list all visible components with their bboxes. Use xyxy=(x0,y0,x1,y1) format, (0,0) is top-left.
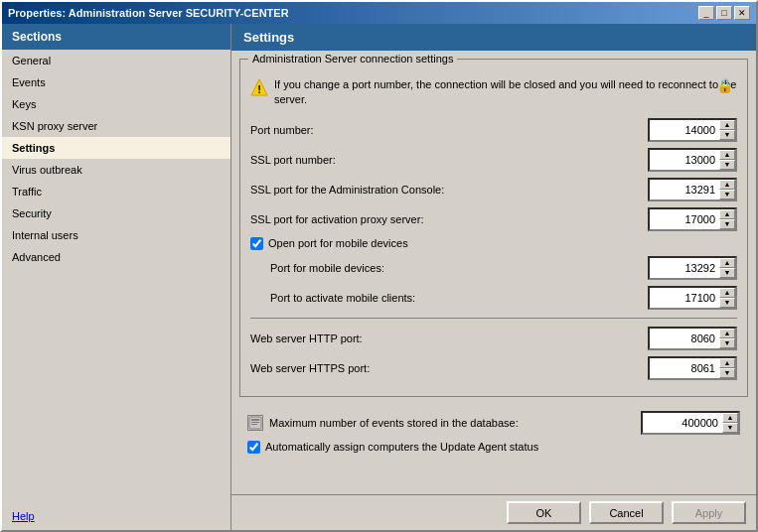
lock-icon: 🔒 xyxy=(716,77,733,93)
auto-assign-row: Automatically assign computers the Updat… xyxy=(247,441,740,454)
mobile-activate-down[interactable]: ▼ xyxy=(719,298,735,308)
http-port-buttons: ▲ ▼ xyxy=(719,329,735,348)
restore-button[interactable]: □ xyxy=(716,6,732,20)
mobile-port-input[interactable] xyxy=(650,258,719,278)
port-number-input[interactable] xyxy=(650,120,719,140)
title-bar: Properties: Administration Server SECURI… xyxy=(2,2,756,24)
ssl-admin-row: SSL port for the Administration Console:… xyxy=(250,178,737,201)
max-events-label: Maximum number of events stored in the d… xyxy=(269,417,635,429)
mobile-checkbox[interactable] xyxy=(250,237,263,250)
sidebar-item-traffic[interactable]: Traffic xyxy=(2,181,230,202)
sidebar-item-virus[interactable]: Virus outbreak xyxy=(2,159,230,181)
http-port-down[interactable]: ▼ xyxy=(719,338,735,348)
https-port-buttons: ▲ ▼ xyxy=(719,358,735,378)
main-window: Properties: Administration Server SECURI… xyxy=(0,0,758,532)
ssl-proxy-up[interactable]: ▲ xyxy=(719,209,735,219)
ok-button[interactable]: OK xyxy=(507,501,581,524)
https-port-spinner: ▲ ▼ xyxy=(648,356,737,380)
sidebar-item-settings[interactable]: Settings xyxy=(2,137,230,159)
help-link[interactable]: Help xyxy=(2,502,230,530)
https-port-up[interactable]: ▲ xyxy=(719,358,735,368)
mobile-checkbox-row: Open port for mobile devices xyxy=(250,237,737,250)
auto-assign-checkbox[interactable] xyxy=(247,441,260,454)
ssl-proxy-down[interactable]: ▼ xyxy=(719,219,735,229)
mobile-activate-buttons: ▲ ▼ xyxy=(719,288,735,308)
apply-button[interactable]: Apply xyxy=(672,501,746,524)
sidebar-item-keys[interactable]: Keys xyxy=(2,93,230,115)
window-title: Properties: Administration Server SECURI… xyxy=(8,7,289,19)
svg-text:!: ! xyxy=(257,83,261,95)
mobile-activate-input[interactable] xyxy=(650,288,719,308)
max-events-down[interactable]: ▼ xyxy=(722,423,738,433)
db-svg xyxy=(248,416,262,430)
max-events-up[interactable]: ▲ xyxy=(722,413,738,423)
window-body: Sections General Events Keys KSN proxy s… xyxy=(2,24,756,530)
http-port-input[interactable] xyxy=(650,329,719,348)
warning-text: If you change a port number, the connect… xyxy=(274,77,737,108)
https-port-input[interactable] xyxy=(650,358,719,378)
ssl-admin-spinner: ▲ ▼ xyxy=(648,178,737,201)
mobile-activate-row: Port to activate mobile clients: ▲ ▼ xyxy=(250,286,737,310)
ssl-proxy-input[interactable] xyxy=(650,209,719,229)
mobile-activate-spinner: ▲ ▼ xyxy=(648,286,737,310)
sidebar: Sections General Events Keys KSN proxy s… xyxy=(2,24,231,530)
max-events-row: Maximum number of events stored in the d… xyxy=(247,411,740,435)
footer-buttons: OK Cancel Apply xyxy=(507,501,746,524)
minimize-button[interactable]: _ xyxy=(698,6,714,20)
sidebar-item-security[interactable]: Security xyxy=(2,202,230,224)
svg-rect-4 xyxy=(251,422,259,423)
https-port-down[interactable]: ▼ xyxy=(719,368,735,378)
sidebar-spacer xyxy=(2,268,230,502)
connection-group-content: 🔒 ! If you change a port number, the con… xyxy=(240,64,747,396)
port-number-label: Port number: xyxy=(250,124,648,136)
sidebar-item-advanced[interactable]: Advanced xyxy=(2,246,230,268)
http-port-spinner: ▲ ▼ xyxy=(648,327,737,350)
sidebar-item-internal-users[interactable]: Internal users xyxy=(2,224,230,246)
mobile-activate-up[interactable]: ▲ xyxy=(719,288,735,298)
main-header: Settings xyxy=(231,24,756,51)
sidebar-item-events[interactable]: Events xyxy=(2,71,230,93)
port-number-down[interactable]: ▼ xyxy=(719,130,735,140)
port-number-buttons: ▲ ▼ xyxy=(719,120,735,140)
mobile-port-row: Port for mobile devices: ▲ ▼ xyxy=(250,256,737,280)
mobile-port-down[interactable]: ▼ xyxy=(719,268,735,278)
auto-assign-label: Automatically assign computers the Updat… xyxy=(265,441,538,453)
title-controls: _ □ ✕ xyxy=(698,6,750,20)
ssl-admin-up[interactable]: ▲ xyxy=(719,180,735,190)
close-button[interactable]: ✕ xyxy=(734,6,750,20)
mobile-port-label: Port for mobile devices: xyxy=(270,262,648,274)
ssl-port-row: SSL port number: ▲ ▼ xyxy=(250,148,737,172)
ssl-port-input[interactable] xyxy=(650,150,719,170)
database-icon xyxy=(247,415,263,431)
mobile-activate-label: Port to activate mobile clients: xyxy=(270,292,648,304)
cancel-button[interactable]: Cancel xyxy=(589,501,664,524)
footer: OK Cancel Apply xyxy=(231,494,756,530)
ssl-proxy-row: SSL port for activation proxy server: ▲ … xyxy=(250,207,737,231)
divider xyxy=(250,318,737,319)
mobile-port-buttons: ▲ ▼ xyxy=(719,258,735,278)
ssl-proxy-spinner: ▲ ▼ xyxy=(648,207,737,231)
ssl-port-buttons: ▲ ▼ xyxy=(719,150,735,170)
https-port-label: Web server HTTPS port: xyxy=(250,362,648,374)
bottom-section: Maximum number of events stored in the d… xyxy=(239,405,748,466)
mobile-port-up[interactable]: ▲ xyxy=(719,258,735,268)
sidebar-item-ksn[interactable]: KSN proxy server xyxy=(2,115,230,137)
warning-row: ! If you change a port number, the conne… xyxy=(250,77,737,108)
port-number-row: Port number: ▲ ▼ xyxy=(250,118,737,142)
max-events-input[interactable] xyxy=(643,413,722,433)
ssl-proxy-buttons: ▲ ▼ xyxy=(719,209,735,229)
ssl-admin-input[interactable] xyxy=(650,180,719,200)
ssl-port-down[interactable]: ▼ xyxy=(719,160,735,170)
ssl-admin-down[interactable]: ▼ xyxy=(719,190,735,200)
mobile-port-spinner: ▲ ▼ xyxy=(648,256,737,280)
port-number-up[interactable]: ▲ xyxy=(719,120,735,130)
main-body: Administration Server connection setting… xyxy=(231,51,756,494)
connection-group-title: Administration Server connection setting… xyxy=(248,53,457,65)
http-port-up[interactable]: ▲ xyxy=(719,329,735,338)
connection-group: Administration Server connection setting… xyxy=(239,59,748,397)
main-content: Settings Administration Server connectio… xyxy=(231,24,756,530)
ssl-port-up[interactable]: ▲ xyxy=(719,150,735,160)
sidebar-header: Sections xyxy=(2,24,230,50)
http-port-row: Web server HTTP port: ▲ ▼ xyxy=(250,327,737,350)
sidebar-item-general[interactable]: General xyxy=(2,50,230,71)
